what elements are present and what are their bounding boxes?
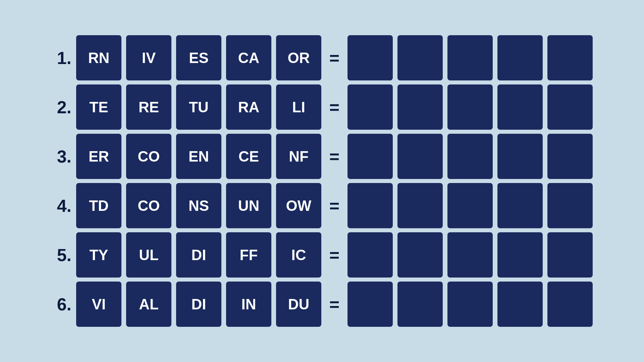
clue-tile-r1-t4[interactable]: CA bbox=[226, 35, 271, 80]
answer-tile-r2-t3[interactable] bbox=[447, 84, 493, 130]
row-number-2: 2. bbox=[51, 97, 71, 117]
answer-tile-r5-t4[interactable] bbox=[497, 232, 543, 278]
clue-tile-r5-t5[interactable]: IC bbox=[276, 232, 321, 278]
answer-tile-r3-t3[interactable] bbox=[447, 134, 493, 179]
equals-sign-4: = bbox=[326, 196, 343, 216]
answer-tile-r4-t3[interactable] bbox=[447, 183, 493, 228]
answer-tile-r1-t3[interactable] bbox=[447, 35, 493, 80]
row-number-4: 4. bbox=[51, 196, 71, 216]
answer-tile-r6-t3[interactable] bbox=[447, 282, 493, 327]
answer-tile-r2-t5[interactable] bbox=[547, 84, 593, 130]
answer-tile-r4-t5[interactable] bbox=[547, 183, 593, 228]
puzzle-container: 1.RNIVESCAOR=2.TERETURALI=3.ERCOENCENF=4… bbox=[31, 25, 613, 337]
puzzle-row-6: 6.VIALDIINDU= bbox=[51, 282, 593, 327]
clue-tile-r1-t2[interactable]: IV bbox=[126, 35, 171, 80]
answer-tile-r5-t1[interactable] bbox=[347, 232, 393, 278]
clue-tile-r2-t1[interactable]: TE bbox=[76, 84, 121, 130]
answer-tiles-row-5 bbox=[347, 232, 593, 278]
answer-tile-r5-t5[interactable] bbox=[547, 232, 593, 278]
puzzle-row-2: 2.TERETURALI= bbox=[51, 84, 593, 130]
equals-sign-2: = bbox=[326, 97, 343, 117]
answer-tiles-row-4 bbox=[347, 183, 593, 228]
clue-tile-r3-t5[interactable]: NF bbox=[276, 134, 321, 179]
equals-sign-6: = bbox=[326, 294, 343, 314]
row-number-3: 3. bbox=[51, 146, 71, 167]
answer-tile-r1-t2[interactable] bbox=[397, 35, 443, 80]
answer-tile-r3-t1[interactable] bbox=[347, 134, 393, 179]
clue-tile-r3-t2[interactable]: CO bbox=[126, 134, 171, 179]
clue-tile-r3-t1[interactable]: ER bbox=[76, 134, 121, 179]
row-number-5: 5. bbox=[51, 245, 71, 265]
clue-tile-r2-t4[interactable]: RA bbox=[226, 84, 271, 130]
answer-tile-r2-t2[interactable] bbox=[397, 84, 443, 130]
answer-tile-r5-t2[interactable] bbox=[397, 232, 443, 278]
answer-tile-r1-t4[interactable] bbox=[497, 35, 543, 80]
clue-tile-r5-t3[interactable]: DI bbox=[176, 232, 221, 278]
clue-tile-r2-t3[interactable]: TU bbox=[176, 84, 221, 130]
clue-tile-r5-t2[interactable]: UL bbox=[126, 232, 171, 278]
equals-sign-3: = bbox=[326, 146, 343, 167]
answer-tile-r5-t3[interactable] bbox=[447, 232, 493, 278]
clue-tile-r5-t4[interactable]: FF bbox=[226, 232, 271, 278]
puzzle-row-1: 1.RNIVESCAOR= bbox=[51, 35, 593, 80]
clue-tile-r4-t2[interactable]: CO bbox=[126, 183, 171, 228]
clue-tile-r1-t5[interactable]: OR bbox=[276, 35, 321, 80]
clue-tile-r6-t4[interactable]: IN bbox=[226, 282, 271, 327]
answer-tile-r3-t4[interactable] bbox=[497, 134, 543, 179]
clue-tile-r3-t4[interactable]: CE bbox=[226, 134, 271, 179]
answer-tile-r1-t5[interactable] bbox=[547, 35, 593, 80]
answer-tiles-row-3 bbox=[347, 134, 593, 179]
clue-tile-r3-t3[interactable]: EN bbox=[176, 134, 221, 179]
answer-tile-r2-t4[interactable] bbox=[497, 84, 543, 130]
answer-tile-r2-t1[interactable] bbox=[347, 84, 393, 130]
puzzle-row-5: 5.TYULDIFFIC= bbox=[51, 232, 593, 278]
row-number-6: 6. bbox=[51, 294, 71, 314]
clue-tile-r6-t3[interactable]: DI bbox=[176, 282, 221, 327]
clue-tile-r4-t1[interactable]: TD bbox=[76, 183, 121, 228]
puzzle-row-3: 3.ERCOENCENF= bbox=[51, 134, 593, 179]
answer-tile-r6-t4[interactable] bbox=[497, 282, 543, 327]
answer-tile-r6-t2[interactable] bbox=[397, 282, 443, 327]
equals-sign-1: = bbox=[326, 48, 343, 68]
answer-tile-r4-t1[interactable] bbox=[347, 183, 393, 228]
clue-tile-r5-t1[interactable]: TY bbox=[76, 232, 121, 278]
clue-tile-r2-t2[interactable]: RE bbox=[126, 84, 171, 130]
puzzle-row-4: 4.TDCONSUNOW= bbox=[51, 183, 593, 228]
clue-tile-r6-t5[interactable]: DU bbox=[276, 282, 321, 327]
clue-tile-r4-t4[interactable]: UN bbox=[226, 183, 271, 228]
clue-tile-r6-t2[interactable]: AL bbox=[126, 282, 171, 327]
clue-tile-r6-t1[interactable]: VI bbox=[76, 282, 121, 327]
answer-tile-r3-t2[interactable] bbox=[397, 134, 443, 179]
clue-tile-r2-t5[interactable]: LI bbox=[276, 84, 321, 130]
answer-tile-r6-t5[interactable] bbox=[547, 282, 593, 327]
row-number-1: 1. bbox=[51, 48, 71, 68]
answer-tiles-row-1 bbox=[347, 35, 593, 80]
clue-tile-r4-t3[interactable]: NS bbox=[176, 183, 221, 228]
answer-tile-r1-t1[interactable] bbox=[347, 35, 393, 80]
equals-sign-5: = bbox=[326, 245, 343, 265]
answer-tile-r4-t2[interactable] bbox=[397, 183, 443, 228]
clue-tile-r1-t1[interactable]: RN bbox=[76, 35, 121, 80]
answer-tiles-row-2 bbox=[347, 84, 593, 130]
clue-tile-r1-t3[interactable]: ES bbox=[176, 35, 221, 80]
answer-tile-r3-t5[interactable] bbox=[547, 134, 593, 179]
clue-tile-r4-t5[interactable]: OW bbox=[276, 183, 321, 228]
answer-tile-r4-t4[interactable] bbox=[497, 183, 543, 228]
answer-tiles-row-6 bbox=[347, 282, 593, 327]
answer-tile-r6-t1[interactable] bbox=[347, 282, 393, 327]
